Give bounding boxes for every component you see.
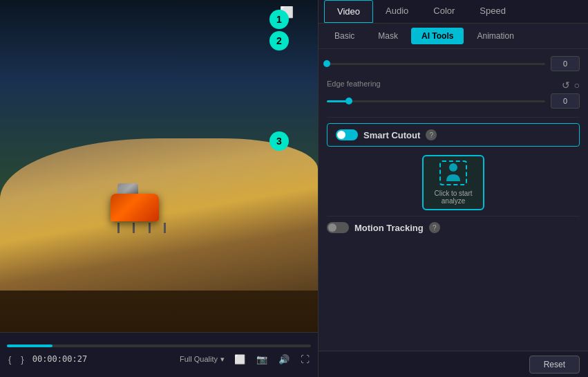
analyze-icon-container <box>439 160 467 185</box>
controls-row: { } 00:00:00:27 Full Quality ▾ ⬜ 📷 🔊 ⛶ <box>7 353 311 366</box>
panel-content: Edge feathering ↺ ○ <box>319 49 588 351</box>
smart-cutout-section: Smart Cutout ? <box>327 123 580 147</box>
smart-cutout-label: Smart Cutout <box>363 130 420 140</box>
analyze-label: Click to start analyze <box>429 190 477 205</box>
motion-tracking-section: Motion Tracking ? <box>327 222 580 233</box>
edge-feathering-thumb[interactable] <box>345 98 352 104</box>
vehicle-body <box>111 194 159 221</box>
video-canvas: ⬜ 1 2 3 4 <box>0 0 318 332</box>
svg-point-0 <box>449 163 457 172</box>
top-tabs: Video Audio Color Speed <box>319 0 588 24</box>
video-panel: ⬜ 1 2 3 4 { } 00:00:00:27 Full Quality <box>0 0 318 377</box>
tab-audio[interactable]: Audio <box>373 0 421 23</box>
divider-2 <box>327 216 580 217</box>
sub-tabs: Basic Mask AI Tools Animation <box>319 24 588 49</box>
edge-feathering-slider-row <box>327 93 580 109</box>
quality-button[interactable]: Full Quality ▾ <box>180 355 225 364</box>
motion-tracking-help-icon[interactable]: ? <box>429 222 440 233</box>
top-slider-track[interactable] <box>327 63 545 65</box>
motion-tracking-knob <box>328 223 336 232</box>
sub-tab-mask[interactable]: Mask <box>368 28 408 44</box>
volume-icon-button[interactable]: 🔊 <box>277 353 291 366</box>
edge-feathering-track[interactable] <box>327 100 545 102</box>
annotation-bubble-2: 2 <box>269 31 289 50</box>
tab-video[interactable]: Video <box>324 0 373 23</box>
motion-tracking-header: Motion Tracking ? <box>327 222 580 233</box>
person-silhouette-icon <box>444 162 463 184</box>
controls-left: { } 00:00:00:27 <box>7 353 87 366</box>
smart-cutout-toggle[interactable] <box>336 129 358 140</box>
vehicle-legs <box>111 221 173 233</box>
top-slider-row <box>327 56 580 71</box>
top-slider-thumb[interactable] <box>323 60 330 67</box>
timeline-progress <box>7 344 53 347</box>
analyze-button[interactable]: Click to start analyze <box>422 155 484 210</box>
controls-right: Full Quality ▾ ⬜ 📷 🔊 ⛶ <box>180 353 311 366</box>
smart-cutout-header: Smart Cutout ? <box>336 129 571 140</box>
reset-button[interactable]: Reset <box>529 356 580 374</box>
top-slider-input[interactable] <box>551 56 580 71</box>
analyze-button-wrapper: Click to start analyze <box>327 155 580 210</box>
bottom-bar: Reset <box>319 351 588 377</box>
divider-1 <box>327 117 580 118</box>
monitor-icon-button[interactable]: ⬜ <box>233 353 247 366</box>
edge-feathering-link-icon[interactable]: ○ <box>574 80 580 91</box>
edge-feathering-section: Edge feathering ↺ ○ <box>327 80 580 109</box>
motion-tracking-label: Motion Tracking <box>354 223 424 233</box>
edge-feathering-input[interactable] <box>551 93 580 109</box>
camera-icon-button[interactable]: 📷 <box>255 353 269 366</box>
leg-3 <box>149 223 151 233</box>
smart-cutout-knob <box>337 131 345 139</box>
bracket-left-button[interactable]: { <box>7 353 12 366</box>
edge-feathering-label: Edge feathering <box>327 80 381 88</box>
annotation-bubble-1: 1 <box>269 10 289 29</box>
quality-label: Full Quality <box>180 355 218 363</box>
sub-tab-animation[interactable]: Animation <box>466 28 524 44</box>
sub-tab-basic[interactable]: Basic <box>324 28 365 44</box>
tab-color[interactable]: Color <box>421 0 467 23</box>
timeline-bar[interactable] <box>7 344 311 347</box>
sub-tab-ai-tools[interactable]: AI Tools <box>411 28 464 44</box>
chevron-down-icon: ▾ <box>220 355 225 364</box>
smart-cutout-help-icon[interactable]: ? <box>426 129 437 140</box>
bracket-right-button[interactable]: } <box>19 353 25 366</box>
motion-tracking-toggle[interactable] <box>327 222 349 233</box>
leg-2 <box>133 223 135 233</box>
time-display: 00:00:00:27 <box>32 354 87 364</box>
annotation-bubble-3: 3 <box>269 131 289 151</box>
fullscreen-icon-button[interactable]: ⛶ <box>299 353 311 366</box>
edge-feathering-reset-icon[interactable]: ↺ <box>562 80 570 91</box>
top-slider-section <box>327 56 580 71</box>
leg-4 <box>164 223 166 233</box>
tab-speed[interactable]: Speed <box>467 0 518 23</box>
right-panel: Video Audio Color Speed Basic Mask AI To… <box>318 0 588 377</box>
vehicle-object <box>111 194 173 235</box>
leg-1 <box>117 223 120 233</box>
video-controls: { } 00:00:00:27 Full Quality ▾ ⬜ 📷 🔊 ⛶ <box>0 332 318 377</box>
